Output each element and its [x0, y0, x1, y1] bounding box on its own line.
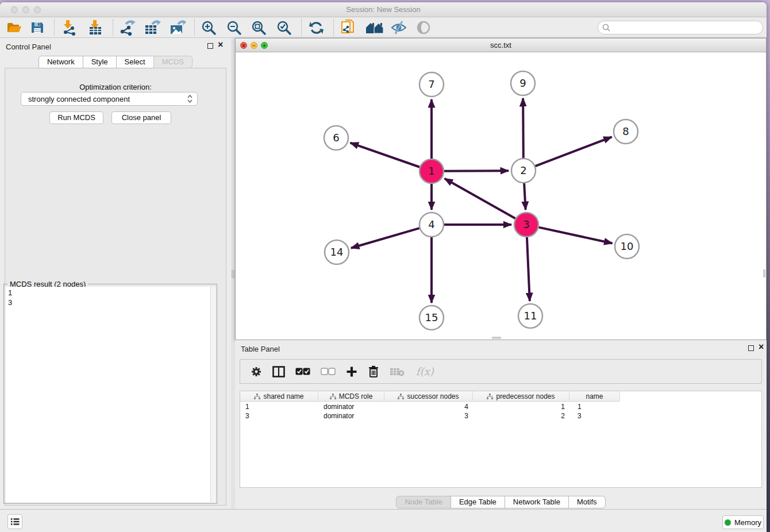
column-header-shared-name[interactable]: shared name — [240, 391, 318, 402]
task-history-button[interactable] — [7, 514, 22, 529]
add-row-icon[interactable] — [346, 366, 357, 377]
cell-name[interactable]: 3 — [569, 411, 620, 421]
cell-name[interactable]: 1 — [569, 402, 620, 411]
table-panel-title: Table Panel — [241, 345, 280, 353]
column-header-successor-nodes[interactable]: successor nodes — [384, 391, 473, 402]
tree-icon — [487, 394, 493, 400]
show-columns-icon[interactable] — [272, 366, 285, 377]
tab-network[interactable]: Network — [38, 56, 83, 68]
open-session-icon[interactable] — [6, 20, 22, 36]
graph-node-14[interactable]: 14 — [325, 240, 349, 264]
svg-text:14: 14 — [330, 246, 344, 258]
zoom-selected-icon[interactable] — [276, 20, 292, 36]
panel-splitter[interactable] — [231, 38, 235, 509]
graph-node-9[interactable]: 9 — [511, 71, 535, 95]
canvas-hscroll-nub[interactable] — [492, 337, 501, 339]
export-table-icon[interactable] — [144, 20, 161, 36]
close-table-panel-icon[interactable]: × — [759, 342, 764, 352]
zoom-in-icon[interactable] — [201, 20, 217, 36]
float-table-panel-icon[interactable] — [748, 345, 754, 351]
function-builder-icon: f(x) — [416, 365, 434, 377]
svg-text:11: 11 — [524, 310, 537, 322]
graph-node-7[interactable]: 7 — [419, 72, 444, 97]
network-canvas[interactable]: 7968124314101511 — [236, 52, 766, 340]
column-header-name[interactable]: name — [569, 391, 620, 402]
node-table[interactable]: shared nameMCDS rolesuccessor nodesprede… — [240, 391, 762, 488]
tab-mcds[interactable]: MCDS — [153, 56, 192, 68]
graph-edge-2-8[interactable] — [536, 137, 612, 166]
column-header-MCDS-role[interactable]: MCDS role — [318, 391, 384, 402]
network-window-titlebar[interactable]: × − + scc.txt — [236, 38, 766, 52]
delete-row-icon[interactable] — [368, 365, 379, 378]
select-none-icon[interactable] — [321, 368, 336, 375]
svg-text:6: 6 — [333, 132, 339, 144]
select-all-icon[interactable] — [295, 368, 310, 375]
graph-node-1[interactable]: 1 — [419, 159, 444, 183]
clone-network-icon[interactable] — [340, 20, 356, 36]
graph-edge-4-14[interactable] — [351, 228, 419, 248]
canvas-vscroll-nub[interactable] — [763, 269, 765, 277]
tab-network-table[interactable]: Network Table — [505, 496, 569, 508]
search-input[interactable] — [610, 24, 763, 32]
tab-node-table[interactable]: Node Table — [396, 496, 451, 508]
cell-MCDS-role[interactable]: dominator — [318, 402, 384, 411]
graph-node-4[interactable]: 4 — [419, 213, 444, 237]
graph-node-2[interactable]: 2 — [511, 159, 536, 183]
graph-edge-2-9[interactable] — [523, 98, 523, 158]
toolbar-separator — [333, 20, 334, 36]
zoom-out-icon[interactable] — [226, 20, 242, 36]
tab-motifs[interactable]: Motifs — [568, 496, 606, 508]
graph-edge-1-2[interactable] — [444, 171, 509, 171]
graph-edge-3-11[interactable] — [527, 237, 530, 301]
graph-edge-3-1[interactable] — [445, 179, 515, 218]
column-header-predecessor-nodes[interactable]: predecessor nodes — [473, 391, 569, 402]
export-image-icon[interactable] — [169, 20, 186, 36]
tab-select[interactable]: Select — [116, 56, 154, 68]
table-row[interactable]: 1dominator411 — [240, 402, 620, 411]
control-panel: Control Panel × Network Style Select MCD… — [0, 38, 231, 509]
settings-gear-icon[interactable] — [251, 366, 262, 377]
cell-shared-name[interactable]: 1 — [240, 402, 318, 411]
graph-node-3[interactable]: 3 — [514, 213, 538, 237]
graph-node-10[interactable]: 10 — [615, 234, 639, 259]
app-window: Session: New Session — [0, 2, 767, 532]
splitter-handle-icon[interactable] — [232, 270, 234, 278]
graph-edge-2-3[interactable] — [524, 183, 525, 210]
tab-style[interactable]: Style — [83, 56, 117, 68]
graph-edge-1-6[interactable] — [351, 143, 420, 167]
cell-successor-nodes[interactable]: 4 — [384, 402, 473, 411]
cell-MCDS-role[interactable]: dominator — [318, 411, 384, 421]
graph-node-8[interactable]: 8 — [614, 119, 638, 144]
tab-edge-table[interactable]: Edge Table — [451, 496, 505, 508]
cell-shared-name[interactable]: 3 — [240, 411, 318, 421]
float-panel-icon[interactable] — [207, 43, 213, 49]
import-table-icon[interactable] — [87, 20, 103, 36]
graph-node-11[interactable]: 11 — [518, 304, 542, 328]
table-row[interactable]: 3dominator323 — [240, 411, 620, 421]
close-panel-button[interactable]: Close panel — [111, 111, 171, 124]
refresh-layout-icon[interactable] — [309, 20, 324, 36]
svg-text:7: 7 — [428, 78, 434, 90]
mcds-result-area[interactable]: 1 3 — [5, 287, 215, 502]
hide-panel-eye-slash-icon[interactable] — [391, 20, 407, 36]
criterion-dropdown[interactable]: strongly connected component — [21, 92, 198, 106]
close-panel-icon[interactable]: × — [218, 40, 223, 50]
import-network-icon[interactable] — [61, 20, 78, 36]
search-field[interactable] — [598, 21, 763, 34]
cell-predecessor-nodes[interactable]: 2 — [473, 411, 569, 421]
svg-text:2: 2 — [520, 164, 526, 176]
status-bar: Memory — [0, 509, 767, 532]
result-scrollbar[interactable] — [210, 287, 215, 502]
graph-node-15[interactable]: 15 — [419, 306, 444, 330]
cell-successor-nodes[interactable]: 3 — [384, 411, 473, 421]
list-icon — [10, 518, 20, 526]
export-network-icon[interactable] — [118, 20, 136, 36]
graph-edge-3-10[interactable] — [538, 228, 612, 244]
memory-button[interactable]: Memory — [722, 515, 764, 529]
save-session-icon[interactable] — [30, 20, 45, 36]
graph-node-6[interactable]: 6 — [324, 126, 348, 150]
zoom-fit-icon[interactable] — [251, 20, 267, 36]
home-icon[interactable] — [365, 20, 384, 36]
cell-predecessor-nodes[interactable]: 1 — [473, 402, 569, 411]
run-mcds-button[interactable]: Run MCDS — [49, 111, 103, 124]
